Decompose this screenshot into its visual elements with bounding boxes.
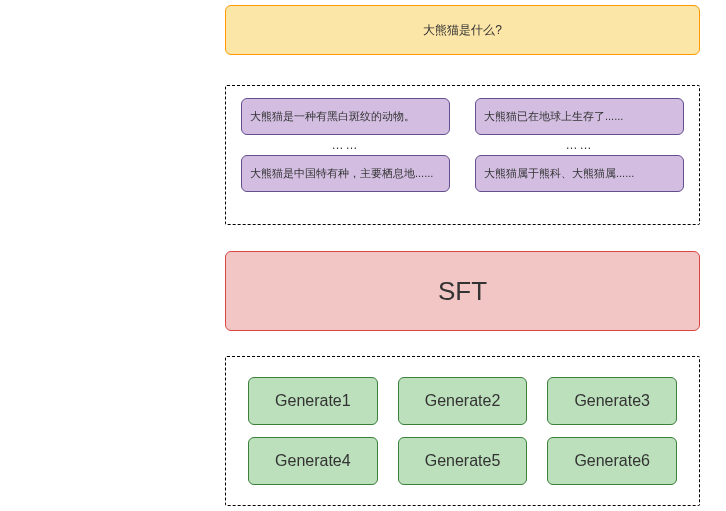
sample-text: 大熊猫是中国特有种，主要栖息地...... [250,167,433,179]
samples-container: 大熊猫是一种有黑白斑纹的动物。 大熊猫已在地球上生存了...... …… …… … [225,85,700,225]
generate-label: Generate1 [275,392,351,409]
sft-label: SFT [438,276,487,307]
generate-row-2: Generate4 Generate5 Generate6 [248,437,677,485]
generate-row-1: Generate1 Generate2 Generate3 [248,377,677,425]
sft-box: SFT [225,251,700,331]
ellipsis-row: …… …… [241,138,684,152]
sample-box: 大熊猫已在地球上生存了...... [475,98,684,135]
samples-row-1: 大熊猫是一种有黑白斑纹的动物。 大熊猫已在地球上生存了...... [241,98,684,135]
sample-box: 大熊猫是中国特有种，主要栖息地...... [241,155,450,192]
generate-container: Generate1 Generate2 Generate3 Generate4 … [225,356,700,506]
generate-box: Generate6 [547,437,677,485]
sample-text: 大熊猫属于熊科、大熊猫属...... [484,167,634,179]
generate-box: Generate4 [248,437,378,485]
generate-box: Generate5 [398,437,528,485]
sample-box: 大熊猫属于熊科、大熊猫属...... [475,155,684,192]
generate-box: Generate1 [248,377,378,425]
generate-label: Generate3 [574,392,650,409]
generate-label: Generate5 [425,452,501,469]
generate-label: Generate6 [574,452,650,469]
samples-row-2: 大熊猫是中国特有种，主要栖息地...... 大熊猫属于熊科、大熊猫属...... [241,155,684,192]
sample-text: 大熊猫已在地球上生存了...... [484,110,623,122]
generate-box: Generate3 [547,377,677,425]
generate-label: Generate4 [275,452,351,469]
question-text: 大熊猫是什么? [423,22,502,39]
ellipsis: …… [241,138,450,152]
question-box: 大熊猫是什么? [225,5,700,55]
sample-text: 大熊猫是一种有黑白斑纹的动物。 [250,110,415,122]
sample-box: 大熊猫是一种有黑白斑纹的动物。 [241,98,450,135]
generate-box: Generate2 [398,377,528,425]
generate-label: Generate2 [425,392,501,409]
ellipsis: …… [475,138,684,152]
